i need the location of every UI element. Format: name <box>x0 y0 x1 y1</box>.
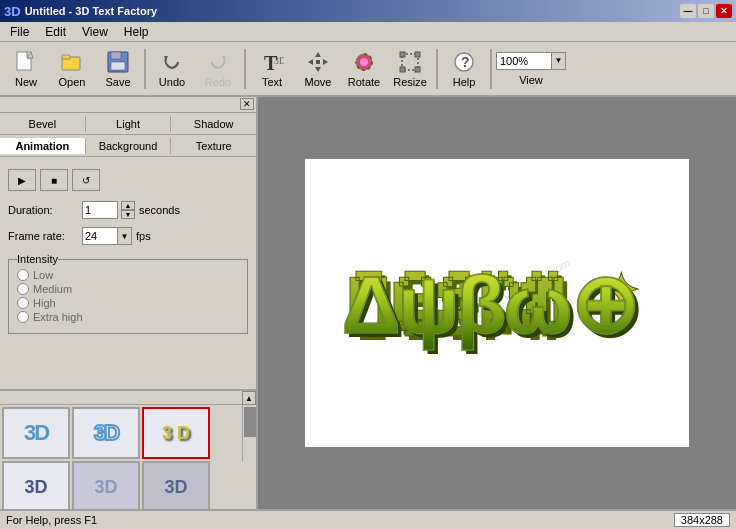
resize-label: Resize <box>393 76 427 88</box>
duration-unit: seconds <box>139 204 180 216</box>
move-button[interactable]: Move <box>296 45 340 93</box>
rewind-button[interactable]: ↺ <box>72 169 100 191</box>
left-panel: ✕ Bevel Light Shadow Animation Backgroun… <box>0 97 258 509</box>
save-button[interactable]: Save <box>96 45 140 93</box>
open-icon <box>60 50 84 74</box>
zoom-dropdown-arrow[interactable]: ▼ <box>551 53 565 69</box>
radio-high-label: High <box>33 297 56 309</box>
radio-low[interactable] <box>17 269 29 281</box>
maximize-button[interactable]: □ <box>698 4 714 18</box>
move-label: Move <box>305 76 332 88</box>
thumbnail-4[interactable]: 3D <box>2 461 70 509</box>
duration-down[interactable]: ▼ <box>121 210 135 219</box>
main-area: ✕ Bevel Light Shadow Animation Backgroun… <box>0 97 736 509</box>
save-label: Save <box>105 76 130 88</box>
thumb-3-text: 3 D <box>162 423 190 444</box>
titlebar-title: Untitled - 3D Text Factory <box>25 5 157 17</box>
separator-2 <box>244 49 246 89</box>
thumb-4-text: 3D <box>24 477 47 498</box>
titlebar: 3D Untitled - 3D Text Factory — □ ✕ <box>0 0 736 22</box>
new-button[interactable]: New <box>4 45 48 93</box>
separator-1 <box>144 49 146 89</box>
tab-light[interactable]: Light <box>86 116 172 132</box>
statusbar: For Help, press F1 384x288 <box>0 509 736 529</box>
tab-background[interactable]: Background <box>86 138 172 154</box>
rotate-button[interactable]: Rotate <box>342 45 386 93</box>
thumb-6-text: 3D <box>164 477 187 498</box>
framerate-row: Frame rate: 24 ▼ fps <box>8 227 248 245</box>
new-icon <box>14 50 38 74</box>
tab-texture[interactable]: Texture <box>171 138 256 154</box>
minimize-button[interactable]: — <box>680 4 696 18</box>
radio-medium[interactable] <box>17 283 29 295</box>
svg-rect-21 <box>400 67 405 72</box>
canvas-area[interactable]: © 2009 ~ www.p3Ddownload.com ᱛᱜᱝᱞᱟ ᱛᱜᱝᱞᱟ… <box>258 97 736 509</box>
intensity-group: Intensity Low Medium <box>8 253 248 334</box>
thumb-scrollbar <box>242 405 256 461</box>
framerate-unit: fps <box>136 230 151 242</box>
undo-button[interactable]: Undo <box>150 45 194 93</box>
help-button[interactable]: ? Help <box>442 45 486 93</box>
thumbnail-5[interactable]: 3D <box>72 461 140 509</box>
stop-button[interactable]: ■ <box>40 169 68 191</box>
play-button[interactable]: ▶ <box>8 169 36 191</box>
resize-button[interactable]: Resize <box>388 45 432 93</box>
radio-low-label: Low <box>33 269 53 281</box>
redo-label: Redo <box>205 76 231 88</box>
tab-bevel[interactable]: Bevel <box>0 116 86 132</box>
duration-up[interactable]: ▲ <box>121 201 135 210</box>
move-icon <box>306 50 330 74</box>
radio-extrahigh[interactable] <box>17 311 29 323</box>
svg-rect-6 <box>111 62 125 70</box>
thumb-5-text: 3D <box>94 477 117 498</box>
svg-text:?: ? <box>461 54 470 70</box>
text-label: Text <box>262 76 282 88</box>
zoom-select[interactable]: 100% ▼ <box>496 52 566 70</box>
toolbar: New Open Save Undo <box>0 42 736 97</box>
svg-marker-11 <box>315 52 321 57</box>
tab-shadow[interactable]: Shadow <box>171 116 256 132</box>
svg-text:Δψβω⊕: Δψβω⊕ <box>342 259 636 350</box>
close-button[interactable]: ✕ <box>716 4 732 18</box>
save-icon <box>106 50 130 74</box>
svg-point-17 <box>360 58 368 66</box>
svg-rect-3 <box>62 55 70 59</box>
menu-file[interactable]: File <box>2 23 37 41</box>
radio-medium-inner <box>21 287 25 291</box>
svg-marker-12 <box>315 67 321 72</box>
radio-high[interactable] <box>17 297 29 309</box>
redo-icon <box>206 50 230 74</box>
duration-input[interactable] <box>82 201 118 219</box>
thumb-2-text: 3D <box>94 420 118 446</box>
3d-text-svg: Δψβω⊕ Δψβω⊕ Δψβω⊕ <box>334 242 674 362</box>
radio-extrahigh-row: Extra high <box>17 311 239 323</box>
thumbnail-3[interactable]: 3 D <box>142 407 210 459</box>
thumb-scroll-up[interactable]: ▲ <box>242 391 256 405</box>
titlebar-left: 3D Untitled - 3D Text Factory <box>4 4 157 19</box>
text-button[interactable]: T 3D Text <box>250 45 294 93</box>
scrollbar-thumb[interactable] <box>244 407 256 437</box>
canvas-3d-text-div: Δψβω⊕ Δψβω⊕ Δψβω⊕ <box>334 242 674 365</box>
radio-low-row: Low <box>17 269 239 281</box>
svg-marker-14 <box>323 59 328 65</box>
tab-animation[interactable]: Animation <box>0 138 86 154</box>
framerate-dropdown-arrow[interactable]: ▼ <box>117 228 131 244</box>
thumbnail-2[interactable]: 3D <box>72 407 140 459</box>
separator-3 <box>436 49 438 89</box>
menu-edit[interactable]: Edit <box>37 23 74 41</box>
canvas-background: © 2009 ~ www.p3Ddownload.com ᱛᱜᱝᱞᱟ ᱛᱜᱝᱞᱟ… <box>305 159 689 447</box>
open-button[interactable]: Open <box>50 45 94 93</box>
redo-button[interactable]: Redo <box>196 45 240 93</box>
thumbnail-1[interactable]: 3D <box>2 407 70 459</box>
thumbnail-6[interactable]: 3D <box>142 461 210 509</box>
duration-row: Duration: ▲ ▼ seconds <box>8 201 248 219</box>
framerate-dropdown[interactable]: 24 ▼ <box>82 227 132 245</box>
animation-controls: ▶ ■ ↺ <box>8 169 248 191</box>
svg-rect-15 <box>316 60 320 64</box>
menu-view[interactable]: View <box>74 23 116 41</box>
panel-close-button[interactable]: ✕ <box>240 98 254 110</box>
thumb-scroll-up-area: ▲ <box>0 391 256 405</box>
radio-high-row: High <box>17 297 239 309</box>
menu-help[interactable]: Help <box>116 23 157 41</box>
svg-rect-19 <box>400 52 405 57</box>
